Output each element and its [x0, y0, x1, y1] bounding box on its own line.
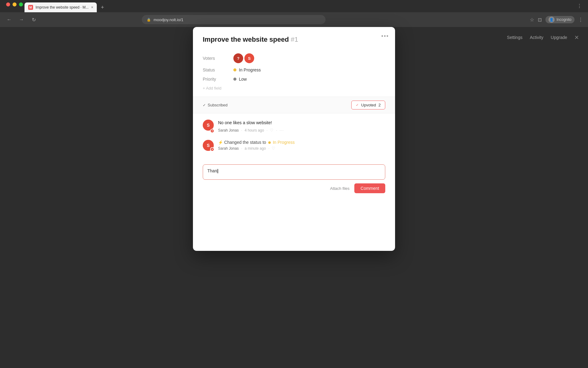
- maximize-traffic-light[interactable]: [19, 2, 23, 6]
- settings-nav-item[interactable]: Settings: [507, 35, 522, 40]
- subscribed-check-icon: ✓: [203, 103, 206, 107]
- comment-input-wrap: Than: [203, 164, 385, 180]
- traffic-lights: [6, 2, 23, 6]
- voter-avatar-unknown: ?: [233, 53, 243, 63]
- tab-favicon: M: [28, 5, 33, 10]
- top-nav: Settings Activity Upgrade ×: [498, 27, 588, 48]
- activity-like-button[interactable]: ♡: [272, 146, 275, 151]
- modal-header: ••• Improve the website speed #1: [193, 27, 395, 50]
- activity-nav-item[interactable]: Activity: [530, 35, 543, 40]
- minimize-traffic-light[interactable]: [13, 2, 17, 6]
- priority-dot: [233, 78, 236, 81]
- star-button[interactable]: ☆: [530, 17, 534, 23]
- page-close-button[interactable]: ×: [575, 33, 579, 42]
- comment-avatar-badge: ★: [210, 129, 214, 133]
- comment-more-button[interactable]: ···: [280, 128, 284, 132]
- upvoted-button[interactable]: ✓ Upvoted 2: [351, 101, 385, 109]
- incognito-label: Incognito: [556, 17, 571, 22]
- comment-submit-button[interactable]: Comment: [354, 183, 385, 193]
- comment-actions: Attach files Comment: [203, 183, 385, 193]
- modal-title: Improve the website speed #1: [203, 36, 385, 44]
- priority-text: Low: [239, 77, 247, 82]
- activity-avatar-wrap: S ★: [203, 140, 214, 151]
- badge-star-icon: ★: [211, 130, 213, 132]
- comment-item: S ★ No one likes a slow website! Sarah J…: [203, 120, 385, 132]
- upgrade-nav-item[interactable]: Upgrade: [551, 35, 567, 40]
- status-label: Status: [203, 67, 233, 72]
- activity-dot-2: ·: [268, 146, 269, 151]
- comment-body: No one likes a slow website! Sarah Jonas…: [218, 120, 385, 132]
- action-bar: ✓ Subscribed ✓ Upvoted 2: [193, 97, 395, 113]
- lock-icon: 🔒: [147, 18, 151, 22]
- tab-title: Improve the website speed · M...: [36, 5, 89, 10]
- modal-container: ••• Improve the website speed #1 Voters …: [193, 27, 395, 251]
- comment-meta: Sarah Jonas · 4 hours ago · ♡ · ···: [218, 128, 385, 132]
- fields-section: Voters ? S Status In Progress Pri: [193, 50, 395, 97]
- activity-meta: Sarah Jonas · a minute ago · ♡: [218, 146, 385, 151]
- close-traffic-light[interactable]: [6, 2, 10, 6]
- subscribed-label: Subscribed: [208, 103, 228, 107]
- browser-chrome: M Improve the website speed · M... × + ⋮…: [0, 0, 588, 27]
- priority-value[interactable]: Low: [233, 77, 247, 82]
- status-dot: [233, 68, 236, 71]
- modal-menu-button[interactable]: •••: [381, 33, 389, 40]
- activity-author: Sarah Jonas: [218, 146, 239, 151]
- address-text: moodjoy.nolt.io/1: [153, 17, 183, 22]
- activity-status-dot-inline: [268, 141, 271, 144]
- incognito-icon: 👤: [548, 17, 555, 23]
- address-input[interactable]: 🔒 moodjoy.nolt.io/1: [142, 15, 326, 24]
- comments-section: S ★ No one likes a slow website! Sarah J…: [193, 113, 395, 163]
- incognito-badge[interactable]: 👤 Incognito: [545, 16, 575, 23]
- status-text: In Progress: [239, 67, 261, 72]
- modal-title-text: Improve the website speed: [203, 36, 289, 43]
- activity-status-label: In Progress: [273, 140, 295, 145]
- address-bar: ← → ↻ 🔒 moodjoy.nolt.io/1 ☆ ⊡ 👤 Incognit…: [0, 12, 588, 27]
- comment-text: No one likes a slow website!: [218, 120, 385, 126]
- comment-author: Sarah Jonas: [218, 128, 239, 132]
- upvote-check-icon: ✓: [356, 103, 359, 107]
- subscribed-button[interactable]: ✓ Subscribed: [203, 103, 228, 107]
- tab-bar-more[interactable]: ⋮: [577, 3, 582, 9]
- comment-dot: ·: [241, 128, 242, 132]
- activity-time: a minute ago: [245, 146, 266, 151]
- priority-label: Priority: [203, 77, 233, 82]
- page-content: Settings Activity Upgrade × ••• Improve …: [0, 27, 588, 368]
- voter-avatar-s: S: [244, 53, 254, 63]
- lightning-icon: ⚡: [218, 140, 223, 145]
- modal: ••• Improve the website speed #1 Voters …: [193, 27, 395, 251]
- activity-avatar-badge: ★: [210, 147, 214, 151]
- voter-avatars: ? S: [233, 53, 254, 63]
- comment-time: 4 hours ago: [245, 128, 264, 132]
- modal-title-id: #1: [291, 36, 298, 43]
- back-button[interactable]: ←: [5, 17, 13, 22]
- activity-badge-star-icon: ★: [211, 148, 213, 151]
- tab-close-button[interactable]: ×: [91, 5, 93, 10]
- forward-button[interactable]: →: [17, 17, 26, 22]
- comment-like-button[interactable]: ♡: [270, 128, 273, 132]
- split-view-button[interactable]: ⊡: [538, 17, 542, 23]
- new-tab-button[interactable]: +: [98, 3, 107, 12]
- voters-field-row: Voters ? S: [203, 53, 385, 63]
- comment-input-section: Than Attach files Comment: [193, 163, 395, 199]
- activity-body: ⚡ Changed the status to In Progress Sara…: [218, 140, 385, 151]
- comment-dot-2: ·: [266, 128, 267, 132]
- status-field-row[interactable]: Status In Progress: [203, 67, 385, 72]
- tab-bar: M Improve the website speed · M... × + ⋮: [0, 0, 588, 12]
- comment-avatar-wrap: S ★: [203, 120, 214, 132]
- attach-files-button[interactable]: Attach files: [330, 186, 350, 191]
- browser-more-button[interactable]: ⋮: [578, 17, 583, 23]
- upvoted-label: Upvoted: [361, 103, 376, 107]
- activity-text: ⚡ Changed the status to In Progress: [218, 140, 385, 145]
- voters-label: Voters: [203, 56, 233, 61]
- comment-input[interactable]: Than: [207, 168, 381, 176]
- refresh-button[interactable]: ↻: [29, 17, 38, 23]
- activity-dot: ·: [241, 146, 242, 151]
- status-value[interactable]: In Progress: [233, 67, 261, 72]
- add-field-button[interactable]: + Add field: [203, 86, 385, 90]
- comment-dot-3: ·: [276, 128, 277, 132]
- browser-actions: ☆ ⊡ 👤 Incognito ⋮: [530, 16, 583, 23]
- priority-field-row[interactable]: Priority Low: [203, 77, 385, 82]
- active-tab[interactable]: M Improve the website speed · M... ×: [24, 2, 97, 12]
- activity-item: S ★ ⚡ Changed the status to In Progress: [203, 140, 385, 151]
- upvoted-count: 2: [379, 103, 381, 107]
